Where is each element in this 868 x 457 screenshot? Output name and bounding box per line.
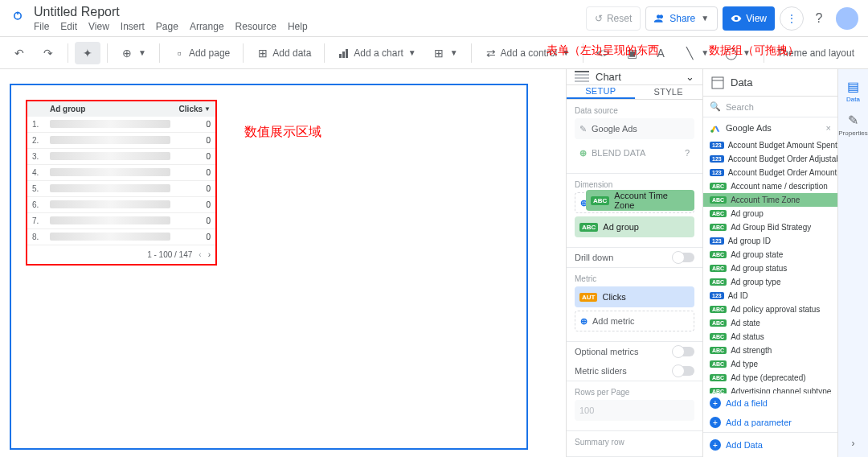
- table-row[interactable]: 3.0: [27, 149, 215, 165]
- add-chart-button[interactable]: Add a chart ▼: [331, 42, 422, 64]
- add-page-button[interactable]: ▫ Add page: [166, 42, 236, 64]
- field-name: Advertising channel subtype: [731, 387, 831, 393]
- field-row[interactable]: ABCAd status: [703, 330, 837, 344]
- field-row[interactable]: 123Account Budget Order Amount: [703, 166, 837, 179]
- dimension-drag-chip[interactable]: ABC Account Time Zone: [586, 190, 694, 211]
- blend-data-button[interactable]: ⊕ BLEND DATA ?: [575, 142, 694, 163]
- menu-file[interactable]: File: [34, 21, 49, 32]
- tab-properties[interactable]: ✎ Properties: [838, 109, 867, 140]
- optional-metrics-toggle[interactable]: Optional metrics: [567, 342, 702, 361]
- field-row[interactable]: ABCAdvertising channel subtype: [703, 385, 837, 393]
- reset-button[interactable]: ↺ Reset: [586, 6, 641, 31]
- next-page-button[interactable]: ›: [208, 250, 211, 259]
- share-icon: [654, 13, 665, 24]
- undo-button[interactable]: ↶: [6, 42, 32, 64]
- tab-data[interactable]: ▤ Data: [846, 76, 860, 106]
- menu-view[interactable]: View: [88, 21, 109, 32]
- field-row[interactable]: ABCAccount name / description: [703, 179, 837, 193]
- field-name: Ad Group Bid Strategy: [731, 223, 811, 232]
- field-tag-icon: ABC: [710, 306, 727, 313]
- rows-per-page-input[interactable]: 100: [575, 400, 694, 421]
- field-tag-icon: ABC: [710, 319, 727, 327]
- table-row[interactable]: 8.0: [27, 229, 215, 245]
- data-source-chip[interactable]: ✎ Google Ads: [575, 118, 694, 139]
- field-row[interactable]: ABCAd type (deprecated): [703, 371, 837, 385]
- close-icon[interactable]: ×: [826, 123, 831, 133]
- toggle-switch[interactable]: [674, 347, 694, 356]
- field-row[interactable]: ABCAd type: [703, 357, 837, 371]
- field-tag-icon: ABC: [710, 183, 727, 190]
- more-button[interactable]: ⋮: [780, 6, 804, 31]
- field-tag-icon: 123: [710, 169, 724, 176]
- table-row[interactable]: 6.0: [27, 197, 215, 213]
- table-chart-widget[interactable]: Ad group Clicks▼ 1.02.03.04.05.06.07.08.…: [26, 100, 217, 266]
- menu-arrange[interactable]: Arrange: [190, 21, 224, 32]
- field-row[interactable]: ABCAd policy approval status: [703, 303, 837, 316]
- undo-icon: ↺: [595, 13, 603, 24]
- add-page-label: Add page: [189, 47, 230, 59]
- table-row[interactable]: 2.0: [27, 133, 215, 149]
- select-tool[interactable]: ✦: [75, 42, 100, 64]
- view-button[interactable]: View: [723, 6, 775, 31]
- table-row[interactable]: 4.0: [27, 165, 215, 181]
- menu-edit[interactable]: Edit: [60, 21, 77, 32]
- menu-page[interactable]: Page: [156, 21, 178, 32]
- metric-sliders-toggle[interactable]: Metric sliders: [567, 361, 702, 381]
- dimension-dragging-label: Account Time Zone: [614, 191, 690, 210]
- help-icon: ?: [816, 11, 823, 26]
- field-row[interactable]: 123Account Budget Order Adjustable ...: [703, 152, 837, 166]
- report-canvas[interactable]: Ad group Clicks▼ 1.02.03.04.05.06.07.08.…: [10, 84, 528, 450]
- menubar: File Edit View Insert Page Arrange Resou…: [34, 21, 308, 32]
- add-data-label: Add data: [272, 47, 311, 59]
- field-row[interactable]: ABCAd group: [703, 207, 837, 220]
- field-row[interactable]: ABCAd state: [703, 316, 837, 330]
- field-row[interactable]: 123Account Budget Amount Spent: [703, 138, 837, 152]
- user-avatar[interactable]: [836, 7, 858, 30]
- search-row[interactable]: 🔍 Search: [703, 97, 837, 117]
- table-row[interactable]: 1.0: [27, 117, 215, 133]
- redo-button[interactable]: ↷: [35, 42, 61, 64]
- dimension-chip[interactable]: ABC Ad group: [575, 216, 694, 237]
- field-name: Account Budget Order Amount: [728, 168, 837, 177]
- zoom-tool[interactable]: ⊕▼: [114, 42, 153, 64]
- field-tag-icon: ABC: [710, 347, 727, 354]
- menu-insert[interactable]: Insert: [121, 21, 145, 32]
- field-row[interactable]: ABCAd strength: [703, 344, 837, 357]
- toggle-switch[interactable]: [674, 253, 694, 262]
- prev-page-button[interactable]: ‹: [199, 250, 201, 259]
- tab-style[interactable]: STYLE: [635, 85, 703, 99]
- data-source-row[interactable]: Google Ads ×: [703, 117, 837, 138]
- add-data-link[interactable]: + Add Data: [703, 433, 837, 457]
- expand-chevron[interactable]: ›: [852, 438, 855, 449]
- field-row[interactable]: ABCAd group state: [703, 248, 837, 261]
- field-row[interactable]: ABCAd group type: [703, 275, 837, 289]
- doc-title[interactable]: Untitled Report: [34, 5, 308, 19]
- table-row[interactable]: 5.0: [27, 181, 215, 197]
- share-button[interactable]: Share ▼: [645, 6, 718, 31]
- plus-icon: +: [710, 397, 721, 409]
- drill-down-toggle[interactable]: Drill down: [567, 248, 702, 268]
- community-viz-button[interactable]: ⊞▼: [426, 42, 465, 64]
- tab-setup[interactable]: SETUP: [567, 85, 635, 99]
- add-page-icon: ▫: [173, 47, 186, 60]
- control-icon: ⇄: [485, 47, 497, 60]
- chart-type-selector[interactable]: Chart ⌄: [567, 69, 702, 85]
- field-row[interactable]: ABCAd group status: [703, 261, 837, 275]
- annotation-datagroup: 数据组（可拖拽）: [709, 43, 799, 58]
- toggle-switch[interactable]: [674, 366, 694, 376]
- menu-help[interactable]: Help: [288, 21, 308, 32]
- col-clicks[interactable]: Clicks▼: [170, 105, 211, 113]
- field-row[interactable]: 123Ad group ID: [703, 234, 837, 248]
- col-adgroup[interactable]: Ad group: [50, 105, 170, 113]
- field-row[interactable]: ABCAccount Time Zone: [703, 193, 837, 207]
- help-button[interactable]: ?: [807, 6, 831, 31]
- add-field-link[interactable]: + Add a field: [703, 393, 837, 413]
- field-row[interactable]: 123Ad ID: [703, 289, 837, 303]
- menu-resource[interactable]: Resource: [235, 21, 276, 32]
- add-data-button[interactable]: ⊞ Add data: [250, 42, 317, 64]
- add-metric-chip[interactable]: ⊕ Add metric: [575, 311, 694, 331]
- metric-chip[interactable]: AUT Clicks: [575, 286, 694, 307]
- table-row[interactable]: 7.0: [27, 213, 215, 229]
- add-parameter-link[interactable]: + Add a parameter: [703, 413, 837, 432]
- field-row[interactable]: ABCAd Group Bid Strategy: [703, 220, 837, 234]
